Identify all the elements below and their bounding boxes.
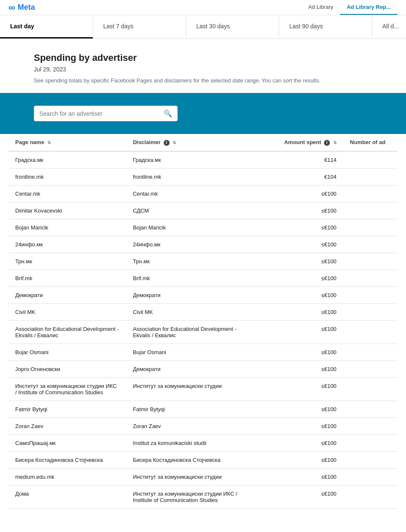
date-tab-last-7-days[interactable]: Last 7 days: [93, 15, 186, 38]
cell-page-name[interactable]: Bojan Maricik: [8, 219, 126, 236]
cell-num-ads: [343, 377, 398, 401]
cell-page-name[interactable]: Градска.мк: [8, 151, 126, 169]
cell-amount-spent: €104: [253, 168, 343, 185]
cell-num-ads: [343, 219, 398, 236]
table-row: Zoran ZaevZoran Zaev≤€100: [8, 417, 398, 434]
cell-amount-spent: ≤€100: [253, 468, 343, 485]
cell-num-ads: [343, 151, 398, 169]
table-row: Градска.мкГрадска.мк€114: [8, 151, 398, 169]
cell-disclaimer: Centar.mk: [126, 185, 253, 202]
table-row: ДемократиДемократи≤€100: [8, 286, 398, 303]
table-row: Бисера Костадиновска СтојчевскаБисера Ко…: [8, 451, 398, 468]
table-row: Dimitar KovacevskiСДСМ≤€100: [8, 202, 398, 219]
cell-num-ads: [343, 485, 398, 508]
cell-amount-spent: ≤€100: [253, 320, 343, 344]
cell-page-name[interactable]: Дома: [8, 485, 126, 508]
cell-disclaimer: 24инфо.мк: [126, 236, 253, 253]
cell-page-name[interactable]: Zoran Zaev: [8, 417, 126, 434]
cell-page-name[interactable]: Демократи: [8, 286, 126, 303]
cell-page-name[interactable]: 24инфо.мк: [8, 236, 126, 253]
cell-num-ads: [343, 401, 398, 417]
page-title: Spending by advertiser: [34, 52, 372, 63]
cell-page-name[interactable]: medium.edu.mk: [8, 468, 126, 485]
cell-num-ads: [343, 451, 398, 468]
cell-num-ads: [343, 360, 398, 377]
date-tab-last-30-days[interactable]: Last 30 days: [186, 15, 279, 38]
table-row: Bojan MaricikBojan Maricik≤€100: [8, 219, 398, 236]
info-icon-amount-spent: i: [324, 140, 330, 146]
date-tabs: Last day Last 7 days Last 30 days Last 9…: [0, 15, 406, 39]
cell-disclaimer: Бисера Костадиновска Стојчевска: [126, 451, 253, 468]
cell-disclaimer: Градска.мк: [126, 151, 253, 169]
date-tab-last-90-days[interactable]: Last 90 days: [279, 15, 372, 38]
table-row: Институт за комуникациски студии ИКС / I…: [8, 377, 398, 401]
sort-icon-disclaimer: ⇅: [173, 140, 176, 145]
cell-disclaimer: Fatmir Bytyqi: [126, 401, 253, 417]
cell-disclaimer: frontline.mk: [126, 168, 253, 185]
sort-icon-amount-spent: ⇅: [333, 140, 337, 145]
cell-page-name[interactable]: СамоПрашај.мк: [8, 434, 126, 451]
cell-page-name[interactable]: Јорго Огненовски: [8, 360, 126, 377]
cell-amount-spent: ≤€100: [253, 303, 343, 320]
cell-amount-spent: ≤€100: [253, 270, 343, 286]
cell-disclaimer: Трн.мк: [126, 253, 253, 270]
table-row: Јорго ОгненовскиДемократи≤€100: [8, 360, 398, 377]
page-header: Spending by advertiser Jul 29, 2023 See …: [0, 39, 406, 93]
table-row: Association for Educational Development …: [8, 320, 398, 344]
cell-page-name[interactable]: Институт за комуникациски студии ИКС / I…: [8, 377, 126, 401]
table-row: СамоПрашај.мкInstitut za komunikaciski s…: [8, 434, 398, 451]
table-row: medium.edu.mkИнститут за комуникациски с…: [8, 468, 398, 485]
cell-amount-spent: ≤€100: [253, 185, 343, 202]
cell-num-ads: [343, 417, 398, 434]
search-icon[interactable]: 🔍: [164, 109, 172, 117]
cell-page-name[interactable]: Dimitar Kovacevski: [8, 202, 126, 219]
nav-ad-library-report[interactable]: Ad Library Rep...: [340, 0, 398, 15]
cell-amount-spent: ≤€100: [253, 451, 343, 468]
meta-logo-icon: ∞: [8, 2, 15, 13]
table-header-row: Page name ⇅ Disclaimer i ⇅ Amount spent …: [8, 134, 398, 151]
table-row: Bujar OsmaniBujar Osmani≤€100: [8, 344, 398, 360]
cell-page-name[interactable]: Трн.мк: [8, 253, 126, 270]
cell-amount-spent: ≤€100: [253, 417, 343, 434]
col-header-disclaimer[interactable]: Disclaimer i ⇅: [126, 134, 253, 151]
col-header-amount-spent[interactable]: Amount spent i ⇅: [253, 134, 343, 151]
cell-num-ads: [343, 320, 398, 344]
cell-amount-spent: ≤€100: [253, 401, 343, 417]
cell-disclaimer: Bojan Maricik: [126, 219, 253, 236]
page-date: Jul 29, 2023: [34, 66, 372, 73]
cell-disclaimer: Institut za komunikaciski studii: [126, 434, 253, 451]
col-header-page-name[interactable]: Page name ⇅: [8, 134, 126, 151]
cell-num-ads: [343, 236, 398, 253]
nav-ad-library[interactable]: Ad Library: [302, 0, 340, 15]
meta-logo: ∞ Meta: [8, 2, 35, 13]
cell-page-name[interactable]: Fatmir Bytyqi: [8, 401, 126, 417]
cell-page-name[interactable]: Civil MK: [8, 303, 126, 320]
cell-page-name[interactable]: Bujar Osmani: [8, 344, 126, 360]
cell-num-ads: [343, 253, 398, 270]
cell-page-name[interactable]: Бисера Костадиновска Стојчевска: [8, 451, 126, 468]
cell-amount-spent: ≤€100: [253, 344, 343, 360]
date-tab-last-day[interactable]: Last day: [0, 15, 93, 38]
cell-amount-spent: ≤€100: [253, 485, 343, 508]
cell-num-ads: [343, 468, 398, 485]
date-tab-all-dates[interactable]: All d...: [372, 15, 406, 38]
table-row: 24инфо.мк24инфо.мк≤€100: [8, 236, 398, 253]
table-row: Brif.mkBrif.mk≤€100: [8, 270, 398, 286]
col-header-num-ads: Number of ad: [343, 134, 398, 151]
cell-amount-spent: €114: [253, 151, 343, 169]
cell-disclaimer: Association for Educational Development …: [126, 320, 253, 344]
cell-num-ads: [343, 434, 398, 451]
table-row: ДомаИнститут за комуникациски студии ИКС…: [8, 485, 398, 508]
cell-page-name[interactable]: Brif.mk: [8, 270, 126, 286]
table-row: Трн.мкТрн.мк≤€100: [8, 253, 398, 270]
cell-disclaimer: Демократи: [126, 286, 253, 303]
table-row: frontline.mkfrontline.mk€104: [8, 168, 398, 185]
cell-page-name[interactable]: Association for Educational Development …: [8, 320, 126, 344]
cell-num-ads: [343, 286, 398, 303]
cell-page-name[interactable]: Centar.mk: [8, 185, 126, 202]
search-input[interactable]: [39, 110, 164, 117]
cell-num-ads: [343, 344, 398, 360]
table-row: Centar.mkCentar.mk≤€100: [8, 185, 398, 202]
search-section: 🔍: [0, 93, 406, 134]
cell-page-name[interactable]: frontline.mk: [8, 168, 126, 185]
